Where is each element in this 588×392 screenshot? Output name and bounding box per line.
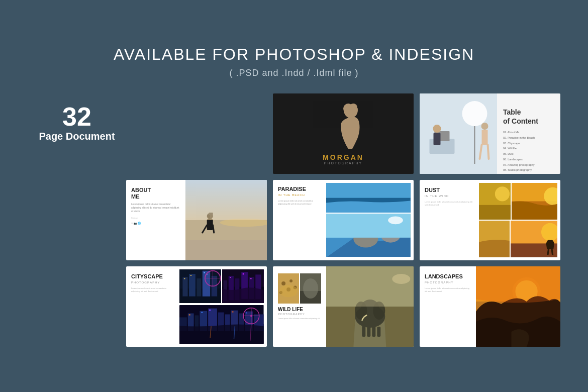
svg-rect-113 bbox=[377, 327, 381, 337]
svg-rect-1 bbox=[313, 101, 340, 156]
svg-point-98 bbox=[289, 279, 292, 282]
dust-text: DUST IN THE WIND Lorem ipsum dolor sit a… bbox=[420, 180, 479, 260]
page-number: 32 bbox=[62, 104, 91, 130]
svg-point-34 bbox=[495, 186, 509, 201]
svg-line-44 bbox=[552, 249, 553, 255]
svg-rect-70 bbox=[250, 278, 252, 279]
svg-point-5 bbox=[349, 104, 357, 112]
svg-rect-116 bbox=[326, 266, 414, 307]
content-area: 32 Page Document bbox=[28, 93, 560, 347]
brand-name: MORGAN bbox=[323, 153, 364, 161]
svg-rect-55 bbox=[204, 272, 206, 273]
paradise-subtitle: IN THE BEACH bbox=[278, 193, 321, 197]
subtitle: ( .PSD and .Indd / .Idml file ) bbox=[114, 68, 474, 78]
svg-rect-26 bbox=[326, 183, 411, 198]
about-photo bbox=[185, 180, 267, 260]
cityscape-photos bbox=[179, 266, 267, 347]
wildlife-photo-leopard bbox=[278, 273, 299, 304]
thumbnail-landscapes[interactable]: LANDSCAPES PHOTOGRAPHY Lorem ipsum dolor… bbox=[420, 266, 560, 347]
model-silhouette bbox=[273, 99, 414, 159]
svg-rect-111 bbox=[367, 327, 371, 337]
main-container: AVAILABLE FOR PHOTOSHOP & INDESIGN ( .PS… bbox=[28, 45, 560, 347]
dust-photo-small bbox=[479, 183, 511, 220]
wildlife-text: WILD LIFE PHOTOGRAPHY Lorem ipsum dolor … bbox=[273, 266, 326, 347]
thumbnail-cityscape[interactable]: CITYSCAPE PHOTOGRAPHY Lorem ipsum dolor … bbox=[126, 266, 267, 347]
paradise-layout: PARADISE IN THE BEACH Lorem ipsum dolor … bbox=[273, 180, 414, 260]
toc-item: 07. Amazing photography bbox=[503, 163, 554, 167]
svg-rect-12 bbox=[434, 133, 441, 145]
about-text-section: ABOUTME Lorem ipsum dolor sit amet conse… bbox=[126, 180, 185, 260]
dust-photos bbox=[479, 180, 560, 260]
cityscape-text: CITYSCAPE PHOTOGRAPHY Lorem ipsum dolor … bbox=[126, 266, 179, 347]
about-body: Lorem ipsum dolor sit amet consectetur a… bbox=[131, 203, 180, 213]
toc-item: 01. About Me bbox=[503, 131, 554, 135]
svg-rect-88 bbox=[246, 312, 247, 313]
paradise-text: PARADISE IN THE BEACH Lorem ipsum dolor … bbox=[273, 180, 326, 260]
wildlife-title: WILD LIFE bbox=[278, 307, 321, 313]
wildlife-main-photo bbox=[326, 266, 414, 347]
thumbnail-paradise[interactable]: PARADISE IN THE BEACH Lorem ipsum dolor … bbox=[273, 180, 414, 260]
page-document-label: Page Document bbox=[39, 130, 115, 143]
svg-point-117 bbox=[393, 274, 411, 284]
paradise-photos bbox=[326, 180, 414, 260]
paradise-photo-top bbox=[326, 183, 411, 213]
svg-rect-2 bbox=[360, 101, 373, 156]
cityscape-title: CITYSCAPE bbox=[131, 273, 174, 280]
dust-subtitle: IN THE WIND bbox=[425, 194, 474, 198]
brand-sub: PHOTOGRAPHY bbox=[324, 161, 362, 165]
thumbnail-dust[interactable]: DUST IN THE WIND Lorem ipsum dolor sit a… bbox=[420, 180, 560, 260]
svg-rect-54 bbox=[190, 275, 192, 276]
svg-rect-84 bbox=[189, 314, 190, 315]
svg-rect-20 bbox=[207, 219, 213, 230]
svg-rect-3 bbox=[313, 101, 373, 108]
svg-line-43 bbox=[548, 249, 549, 255]
about-icons-row: ✉ 📷 🌐 bbox=[131, 222, 180, 226]
toc-item: 03. Cityscape bbox=[503, 142, 554, 146]
wildlife-body: Lorem ipsum dolor sit amet consectetur a… bbox=[278, 318, 321, 320]
thumbnail-row-2: ABOUTME Lorem ipsum dolor sit amet conse… bbox=[126, 180, 560, 260]
dust-photo-b2 bbox=[511, 221, 557, 257]
dust-title: DUST bbox=[425, 187, 474, 193]
city-photo-main bbox=[179, 305, 264, 344]
toc-items-list: 01. About Me 02. Paradise in the Beach 0… bbox=[503, 131, 554, 172]
svg-rect-35 bbox=[479, 205, 511, 220]
svg-point-11 bbox=[433, 125, 441, 133]
dust-row-bottom bbox=[479, 221, 557, 257]
paradise-photo-bot bbox=[326, 214, 411, 257]
toc-item: 05. Dust bbox=[503, 152, 554, 156]
about-title: ABOUTME bbox=[131, 187, 180, 200]
thumbnail-morgan[interactable]: MORGAN PHOTOGRAPHY bbox=[273, 93, 414, 174]
page-count-section: 32 Page Document bbox=[28, 93, 126, 143]
svg-rect-68 bbox=[230, 277, 231, 277]
thumbnail-row-3: CITYSCAPE PHOTOGRAPHY Lorem ipsum dolor … bbox=[126, 266, 560, 347]
svg-point-13 bbox=[481, 123, 488, 130]
svg-rect-48 bbox=[189, 274, 195, 297]
main-title: AVAILABLE FOR PHOTOSHOP & INDESIGN bbox=[114, 45, 474, 64]
about-contact: Contact bbox=[131, 217, 180, 220]
landscapes-subtitle: PHOTOGRAPHY bbox=[425, 281, 471, 284]
paradise-body: Lorem ipsum dolor sit amet consectetur a… bbox=[278, 200, 321, 206]
svg-point-7 bbox=[462, 101, 487, 126]
svg-point-97 bbox=[281, 281, 285, 285]
thumbnails-grid: MORGAN PHOTOGRAPHY bbox=[126, 93, 560, 347]
dust-photo-large bbox=[512, 183, 557, 220]
toc-item: 08. Studio photography bbox=[503, 168, 554, 172]
toc-photo bbox=[420, 93, 497, 174]
thumbnail-about[interactable]: ABOUTME Lorem ipsum dolor sit amet conse… bbox=[126, 180, 267, 260]
thumbnail-toc[interactable]: Tableof Content 01. About Me 02. Paradis… bbox=[420, 93, 560, 174]
svg-point-105 bbox=[303, 278, 318, 299]
city-photo1 bbox=[179, 269, 221, 303]
svg-rect-86 bbox=[210, 309, 211, 311]
svg-point-102 bbox=[279, 285, 298, 297]
thumbnail-wildlife[interactable]: WILD LIFE PHOTOGRAPHY Lorem ipsum dolor … bbox=[273, 266, 414, 347]
header-section: AVAILABLE FOR PHOTOSHOP & INDESIGN ( .PS… bbox=[114, 45, 474, 78]
toc-title: Tableof Content bbox=[503, 108, 554, 126]
wildlife-photo-2 bbox=[300, 273, 321, 304]
city-row-top bbox=[179, 269, 264, 303]
svg-rect-110 bbox=[362, 326, 366, 337]
svg-rect-49 bbox=[197, 278, 202, 297]
svg-rect-87 bbox=[232, 311, 234, 312]
cityscape-body: Lorem ipsum dolor sit amet consectetur a… bbox=[131, 287, 174, 293]
svg-rect-47 bbox=[183, 277, 188, 296]
thumbnail-row-1: MORGAN PHOTOGRAPHY bbox=[126, 93, 560, 174]
